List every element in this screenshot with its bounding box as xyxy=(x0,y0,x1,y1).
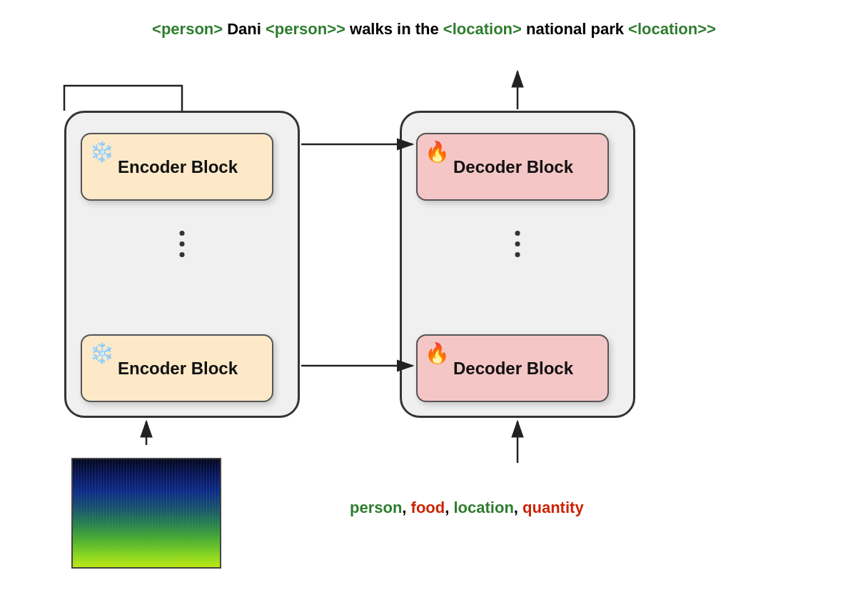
decoder-block-bottom: 🔥 Decoder Block xyxy=(416,334,609,402)
encoder-block-bottom-label: Encoder Block xyxy=(118,359,238,379)
decoder-dot-1 xyxy=(515,231,520,236)
fire-icon-bottom: 🔥 xyxy=(425,341,450,365)
entity-food: food xyxy=(411,499,445,516)
tag-person-open: <person> xyxy=(152,20,223,38)
encoder-container: ❄️ Encoder Block ❄️ Encoder Block xyxy=(64,111,300,418)
encoder-dot-1 xyxy=(180,231,185,236)
tag-location-open: <location> xyxy=(443,20,522,38)
fire-icon-top: 🔥 xyxy=(425,140,450,164)
decoder-block-top: 🔥 Decoder Block xyxy=(416,133,609,201)
entity-person: person xyxy=(350,499,402,516)
entity-quantity: quantity xyxy=(523,499,584,516)
tag-person-close: <person>> xyxy=(266,20,345,38)
spectrogram-visual xyxy=(73,459,220,567)
decoder-container: 🔥 Decoder Block 🔥 Decoder Block xyxy=(400,111,635,418)
output-text: <person> Dani <person>> walks in the <lo… xyxy=(152,20,716,39)
decoder-dots xyxy=(515,231,520,257)
decoder-block-bottom-label: Decoder Block xyxy=(453,359,573,379)
word-park: national park xyxy=(522,20,628,38)
snowflake-icon-top: ❄️ xyxy=(89,140,114,164)
encoder-block-top-label: Encoder Block xyxy=(118,157,238,177)
spectrogram xyxy=(71,458,221,569)
encoder-block-bottom: ❄️ Encoder Block xyxy=(81,334,273,402)
encoder-block-top: ❄️ Encoder Block xyxy=(81,133,273,201)
encoder-dots xyxy=(180,231,185,257)
word-dani: Dani xyxy=(223,20,266,38)
decoder-dot-3 xyxy=(515,252,520,257)
decoder-dot-2 xyxy=(515,241,520,246)
decoder-block-top-label: Decoder Block xyxy=(453,157,573,177)
entity-location: location xyxy=(453,499,513,516)
encoder-dot-3 xyxy=(180,252,185,257)
entity-labels: person, food, location, quantity xyxy=(350,499,584,517)
encoder-dot-2 xyxy=(180,241,185,246)
snowflake-icon-bottom: ❄️ xyxy=(89,341,114,365)
word-walks: walks in the xyxy=(345,20,443,38)
tag-location-close: <location>> xyxy=(628,20,716,38)
encoder-loop-line xyxy=(64,86,182,111)
